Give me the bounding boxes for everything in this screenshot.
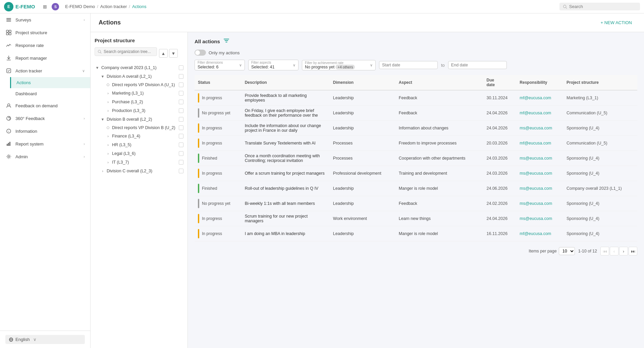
tree-toggle-div-b[interactable]: ▼ [100, 117, 105, 122]
sidebar-item-response-rate[interactable]: Response rate [0, 39, 90, 52]
sidebar-item-information[interactable]: i Information [0, 125, 90, 137]
table-row[interactable]: In progress Offer a scrum training for p… [195, 166, 637, 181]
new-action-button[interactable]: + NEW ACTION [596, 18, 636, 27]
start-date-input[interactable] [379, 61, 438, 69]
items-per-page-label: Items per page [529, 249, 556, 253]
filter-aspects[interactable]: Filter aspects Selected: 41 ∨ [248, 60, 299, 70]
tree-checkbox-div-a[interactable] [179, 74, 183, 79]
cell-dimension: Leadership [330, 121, 395, 136]
search-input[interactable] [569, 4, 637, 9]
svg-line-23 [100, 52, 101, 53]
sidebar-item-actions[interactable]: Actions [10, 77, 90, 88]
svg-point-0 [564, 5, 566, 8]
table-row[interactable]: In progress Include the information abou… [195, 121, 637, 136]
cell-status: In progress [195, 166, 241, 181]
filter-dimensions[interactable]: Filter dimensions Selected: 6 ∨ [195, 60, 245, 70]
tree-checkbox-div-c[interactable] [179, 169, 183, 173]
sidebar-item-project-structure[interactable]: Project structure [0, 26, 90, 39]
surveys-icon [5, 16, 12, 23]
main-content: Actions + NEW ACTION Project structure ▲… [91, 13, 644, 348]
filter-achievement-chevron[interactable]: ∨ [370, 63, 373, 67]
page-next-button[interactable]: › [619, 247, 628, 255]
project-structure-icon [5, 29, 12, 36]
cell-project-structure: Sponsoring (U_4) [563, 226, 637, 241]
breadcrumb-actions[interactable]: Actions [132, 4, 147, 9]
tree-toggle-it[interactable]: › [105, 160, 111, 165]
sidebar-item-report-system[interactable]: Report system › [0, 137, 90, 150]
response-rate-label: Response rate [15, 43, 44, 48]
end-date-input[interactable] [448, 61, 507, 69]
sidebar-item-dashboard[interactable]: Dashboard [10, 88, 90, 99]
tree-toggle-production[interactable]: › [105, 108, 111, 113]
user-badge[interactable]: S [52, 3, 59, 10]
tree-checkbox-legal[interactable] [179, 151, 183, 156]
cell-aspect: Feedback [395, 90, 483, 106]
filter-dimensions-chevron[interactable]: ∨ [239, 63, 242, 67]
sidebar-item-surveys[interactable]: Surveys › [0, 13, 90, 26]
toggle-knob [195, 50, 200, 55]
col-aspect: Aspect [395, 75, 483, 90]
tree-toggle-finance[interactable]: › [105, 133, 111, 139]
table-row[interactable]: In progress I am doing an MBA in leaders… [195, 226, 637, 241]
tree-checkbox-vp-b[interactable] [179, 125, 183, 130]
tree-toggle-div-c[interactable]: › [100, 168, 105, 174]
grid-icon[interactable]: ⊞ [41, 3, 49, 11]
table-row[interactable]: In progress Provide feedback to all mark… [195, 90, 637, 106]
sidebar-item-action-tracker[interactable]: Action tracker ∨ [0, 64, 90, 77]
page-last-button[interactable]: ⏭ [629, 247, 637, 255]
tree-toggle-hr[interactable]: › [105, 142, 111, 148]
tree-toggle-purchase[interactable]: › [105, 99, 111, 105]
cell-due-date: 24.03.2026 [483, 151, 517, 166]
table-row[interactable]: No progress yet Bi-weekly 1:1s with all … [195, 196, 637, 211]
tree-checkbox-production[interactable] [179, 108, 183, 113]
tree-toggle-div-a[interactable]: ▼ [100, 74, 105, 79]
table-row[interactable]: In progress Translate Survey Textelement… [195, 136, 637, 151]
tree-checkbox-vp-a[interactable] [179, 82, 183, 87]
table-row[interactable]: No progress yet On Friday, I give each e… [195, 106, 637, 121]
breadcrumb-efemo[interactable]: E-FEMO Demo [65, 4, 95, 9]
cell-due-date: 24.04.2026 [483, 211, 517, 226]
tree-search[interactable] [95, 47, 157, 56]
sidebar-item-admin[interactable]: Admin › [0, 150, 90, 163]
page-first-button[interactable]: ⏮ [600, 247, 609, 255]
tree-checkbox-div-b[interactable] [179, 117, 183, 122]
filter-aspects-chevron[interactable]: ∨ [293, 63, 296, 67]
cell-aspect: Information about changes [395, 121, 483, 136]
tree-node-it: › IT (L3_7) [105, 158, 183, 167]
tree-checkbox-company[interactable] [179, 65, 183, 70]
table-row[interactable]: Finished Once a month coordination meeti… [195, 151, 637, 166]
table-row[interactable]: Finished Roll-out of leadership guidelin… [195, 181, 637, 196]
svg-rect-8 [9, 33, 11, 35]
tree-toggle-company[interactable]: ▼ [95, 65, 100, 70]
per-page-select[interactable]: 10 25 50 [559, 247, 575, 255]
sidebar-item-360-feedback[interactable]: 360° Feedback › [0, 112, 90, 125]
tree-checkbox-hr[interactable] [179, 142, 183, 147]
tree-dot-vp-b [107, 126, 109, 129]
tree-nav-up[interactable]: ▲ [159, 49, 168, 58]
filter-icon[interactable] [223, 38, 229, 45]
page-prev-button[interactable]: ‹ [610, 247, 619, 255]
tree-checkbox-purchase[interactable] [179, 100, 183, 104]
tree-checkbox-marketing[interactable] [179, 91, 183, 96]
language-button[interactable]: English ∨ [5, 335, 85, 344]
sidebar-item-report-manager[interactable]: Report manager [0, 52, 90, 64]
cell-status: In progress [195, 211, 241, 226]
tree-toggle-marketing[interactable]: › [105, 91, 111, 96]
tree-checkbox-finance[interactable] [179, 134, 183, 138]
global-search[interactable] [559, 3, 640, 10]
only-my-actions-toggle[interactable] [195, 50, 206, 56]
tree-nav-down[interactable]: ▼ [169, 49, 178, 58]
page-info: 1-10 of 12 [578, 249, 597, 253]
tree-checkbox-it[interactable] [179, 160, 183, 165]
tree-search-input[interactable] [104, 49, 154, 54]
tree-toggle-legal[interactable]: › [105, 151, 111, 156]
svg-line-1 [566, 7, 567, 8]
cell-description: Bi-weekly 1:1s with all team members [241, 196, 330, 211]
page-header: Actions + NEW ACTION [91, 13, 644, 32]
table-row[interactable]: In progress Scrum training for our new p… [195, 211, 637, 226]
sidebar-item-feedback-on-demand[interactable]: Feedback on demand [0, 99, 90, 112]
breadcrumb-action-tracker[interactable]: Action tracker [100, 4, 127, 9]
cell-description: Include the information about our change… [241, 121, 330, 136]
filter-achievement[interactable]: Filter by achievement rate No progress y… [302, 60, 376, 70]
new-action-label: + NEW ACTION [600, 20, 632, 25]
